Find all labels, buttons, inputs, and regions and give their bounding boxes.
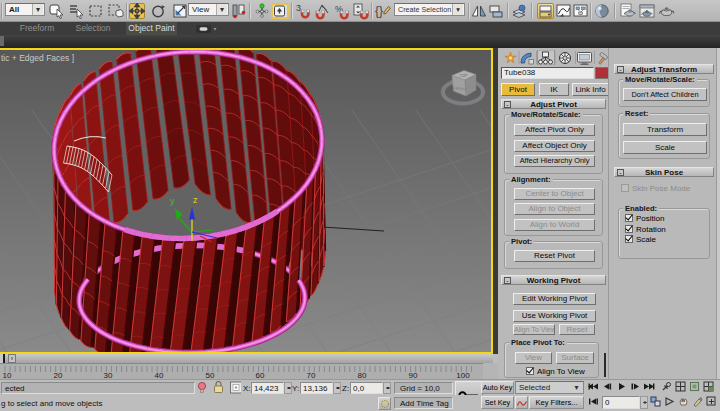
svg-text:z: z xyxy=(193,195,198,205)
svg-text:y: y xyxy=(170,196,175,206)
svg-text:3: 3 xyxy=(296,3,301,13)
svg-text:{}: {} xyxy=(375,4,383,18)
svg-text:TOP: TOP xyxy=(459,73,468,79)
